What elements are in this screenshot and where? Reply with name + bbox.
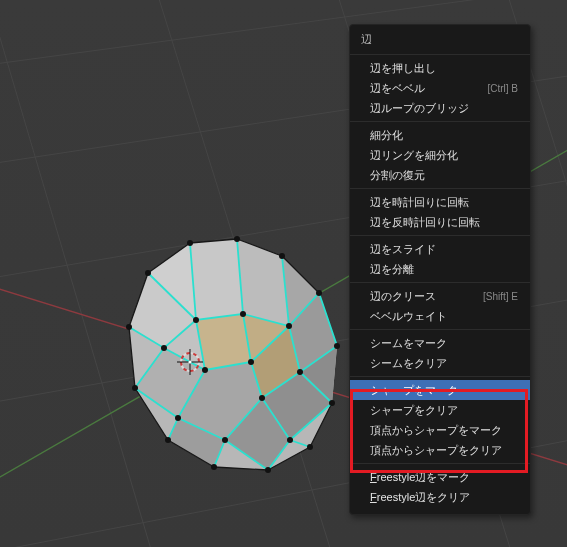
menu-item-label: 分割の復元 <box>370 168 425 183</box>
menu-item-label: 辺をベベル <box>370 81 425 96</box>
menu-item-label: 辺をスライド <box>370 242 436 257</box>
svg-point-32 <box>279 253 285 259</box>
menu-item-label: 辺を分離 <box>370 262 414 277</box>
menu-item[interactable]: 頂点からシャープをマーク <box>350 420 530 440</box>
menu-item[interactable]: シャープをクリア <box>350 400 530 420</box>
edge-context-menu: 辺 辺を押し出し辺をベベル[Ctrl] B辺ループのブリッジ細分化辺リングを細分… <box>349 24 531 515</box>
menu-item[interactable]: Freestyle辺をマーク <box>350 467 530 487</box>
svg-point-48 <box>248 359 254 365</box>
svg-point-50 <box>175 415 181 421</box>
menu-group: 辺のクリース[Shift] Eベベルウェイト <box>350 283 530 330</box>
svg-point-30 <box>145 270 151 276</box>
svg-point-37 <box>165 437 171 443</box>
menu-item-label: Freestyle辺をマーク <box>370 470 470 485</box>
menu-item-label: シームをマーク <box>370 336 447 351</box>
menu-group: 辺を押し出し辺をベベル[Ctrl] B辺ループのブリッジ <box>350 55 530 122</box>
svg-point-57 <box>188 360 191 363</box>
menu-item[interactable]: 辺をベベル[Ctrl] B <box>350 78 530 98</box>
svg-point-38 <box>211 464 217 470</box>
menu-item[interactable]: シャープをマーク <box>350 380 530 400</box>
menu-item-shortcut: [Shift] E <box>483 291 518 302</box>
menu-group: 細分化辺リングを細分化分割の復元 <box>350 122 530 189</box>
menu-item[interactable]: 辺リングを細分化 <box>350 145 530 165</box>
menu-item-label: 頂点からシャープをマーク <box>370 423 502 438</box>
menu-group: Freestyle辺をマークFreestyle辺をクリア <box>350 464 530 510</box>
menu-item[interactable]: シームをマーク <box>350 333 530 353</box>
svg-point-47 <box>202 367 208 373</box>
menu-item-label: シャープをマーク <box>370 383 458 398</box>
menu-item-label: 辺リングを細分化 <box>370 148 458 163</box>
svg-marker-16 <box>190 239 243 320</box>
menu-item[interactable]: 分割の復元 <box>350 165 530 185</box>
svg-point-52 <box>287 437 293 443</box>
svg-point-49 <box>259 395 265 401</box>
menu-item[interactable]: 辺を反時計回りに回転 <box>350 212 530 232</box>
menu-item[interactable]: 辺を時計回りに回転 <box>350 192 530 212</box>
menu-item-label: 辺ループのブリッジ <box>370 101 469 116</box>
svg-point-41 <box>329 400 335 406</box>
svg-point-43 <box>240 311 246 317</box>
menu-item[interactable]: 細分化 <box>350 125 530 145</box>
svg-point-51 <box>222 437 228 443</box>
svg-point-31 <box>234 236 240 242</box>
svg-point-33 <box>316 290 322 296</box>
menu-item[interactable]: 頂点からシャープをクリア <box>350 440 530 460</box>
menu-group: 辺を時計回りに回転辺を反時計回りに回転 <box>350 189 530 236</box>
svg-point-44 <box>286 323 292 329</box>
menu-item-label: シャープをクリア <box>370 403 458 418</box>
svg-point-29 <box>187 240 193 246</box>
menu-item[interactable]: シームをクリア <box>350 353 530 373</box>
menu-group: シームをマークシームをクリア <box>350 330 530 377</box>
menu-item[interactable]: 辺をスライド <box>350 239 530 259</box>
menu-item[interactable]: Freestyle辺をクリア <box>350 487 530 507</box>
svg-point-39 <box>265 467 271 473</box>
menu-item-label: 辺を反時計回りに回転 <box>370 215 480 230</box>
menu-item[interactable]: 辺を押し出し <box>350 58 530 78</box>
menu-item[interactable]: 辺ループのブリッジ <box>350 98 530 118</box>
menu-item[interactable]: 辺を分離 <box>350 259 530 279</box>
menu-item-label: 細分化 <box>370 128 403 143</box>
menu-group: シャープをマークシャープをクリア頂点からシャープをマーク頂点からシャープをクリア <box>350 377 530 464</box>
menu-item-label: 辺を押し出し <box>370 61 436 76</box>
svg-point-40 <box>307 444 313 450</box>
menu-group: 辺をスライド辺を分離 <box>350 236 530 283</box>
menu-item-label: ベベルウェイト <box>370 309 447 324</box>
svg-line-5 <box>0 0 160 547</box>
menu-item-label: 頂点からシャープをクリア <box>370 443 502 458</box>
svg-point-46 <box>161 345 167 351</box>
menu-item[interactable]: 辺のクリース[Shift] E <box>350 286 530 306</box>
menu-item-shortcut: [Ctrl] B <box>487 83 518 94</box>
menu-item-label: 辺を時計回りに回転 <box>370 195 469 210</box>
menu-item-label: シームをクリア <box>370 356 447 371</box>
svg-point-35 <box>126 324 132 330</box>
svg-point-36 <box>132 385 138 391</box>
svg-point-42 <box>193 317 199 323</box>
menu-item[interactable]: ベベルウェイト <box>350 306 530 326</box>
menu-title: 辺 <box>350 25 530 55</box>
svg-point-34 <box>334 343 340 349</box>
menu-item-label: 辺のクリース <box>370 289 436 304</box>
menu-item-label: Freestyle辺をクリア <box>370 490 470 505</box>
svg-point-45 <box>297 369 303 375</box>
